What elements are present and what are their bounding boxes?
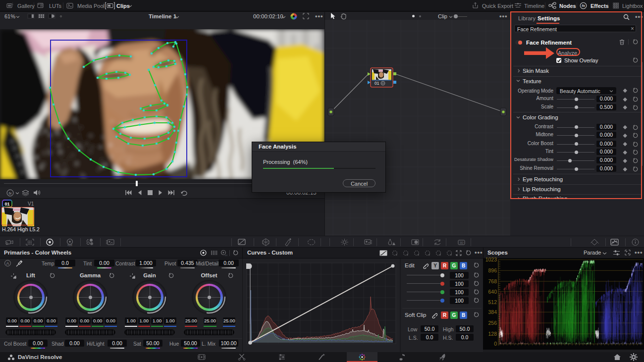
- svg-text:0: 0: [494, 341, 497, 347]
- svg-text:896: 896: [488, 267, 497, 273]
- svg-text:256: 256: [488, 320, 497, 326]
- svg-text:HDR: HDR: [67, 244, 72, 247]
- svg-text:LOG: LOG: [225, 254, 227, 257]
- svg-text:128: 128: [488, 331, 497, 337]
- svg-text:768: 768: [488, 278, 497, 284]
- svg-text:01: 01: [4, 202, 9, 207]
- svg-text:512: 512: [488, 299, 497, 305]
- svg-text:fx: fx: [582, 3, 585, 8]
- svg-text:1023: 1023: [485, 257, 497, 262]
- svg-text:640: 640: [488, 289, 497, 295]
- svg-text:384: 384: [488, 309, 497, 315]
- svg-text:01: 01: [375, 81, 379, 86]
- svg-text:3D: 3D: [460, 241, 464, 244]
- svg-text:fx: fx: [8, 191, 12, 196]
